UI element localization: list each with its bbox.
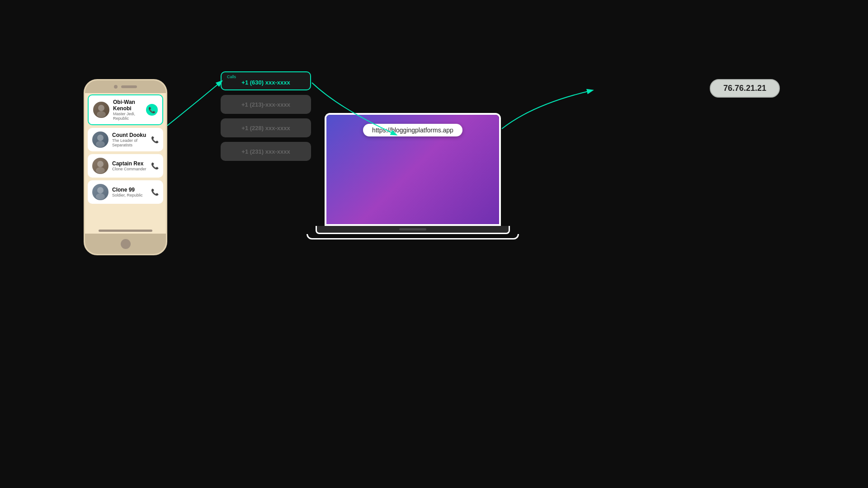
svg-point-0	[98, 105, 104, 111]
contact-role: Soldier, Republic	[112, 193, 147, 197]
contact-name: Count Dooku	[112, 132, 147, 138]
phone-top-bar	[85, 80, 166, 93]
phone-home-button[interactable]	[121, 239, 131, 249]
calls-label: Calls	[227, 75, 236, 79]
laptop-mockup: https://bloggingplatforms.app	[325, 113, 519, 239]
contact-role: Clone Commander	[112, 167, 147, 171]
laptop-feet	[307, 234, 519, 239]
svg-point-1	[97, 111, 106, 117]
phone-call-icon[interactable]: 📞	[151, 136, 159, 144]
contact-info: Captain RexClone Commander	[112, 160, 147, 171]
phone-call-icon[interactable]: 📞	[146, 104, 158, 116]
contact-avatar	[93, 102, 109, 118]
call-entry[interactable]: +1 (231) xxx-xxxx	[221, 142, 311, 161]
contact-info: Clone 99Soldier, Republic	[112, 187, 147, 197]
contact-item[interactable]: Count DookuThe Leader of Separatists📞	[88, 128, 163, 151]
call-number: +1 (231) xxx-xxxx	[241, 148, 290, 155]
contact-item[interactable]: Clone 99Soldier, Republic📞	[88, 180, 163, 204]
call-entry[interactable]: +1 (213)-xxx-xxxx	[221, 95, 311, 114]
contact-role: The Leader of Separatists	[112, 138, 147, 147]
contact-info: Obi-Wan KenobiMaster Jedi, Republic	[113, 99, 142, 121]
laptop-url-bar[interactable]: https://bloggingplatforms.app	[363, 124, 462, 136]
laptop-screen: https://bloggingplatforms.app	[325, 113, 501, 226]
phone-call-icon[interactable]: 📞	[151, 188, 159, 196]
calls-panel: Calls+1 (630) xxx-xxxx+1 (213)-xxx-xxxx+…	[221, 71, 311, 161]
phone-call-icon[interactable]: 📞	[151, 162, 159, 170]
contact-item[interactable]: Captain RexClone Commander📞	[88, 154, 163, 178]
contact-name: Obi-Wan Kenobi	[113, 99, 142, 112]
laptop-screen-inner: https://bloggingplatforms.app	[326, 115, 499, 224]
contact-name: Captain Rex	[112, 160, 147, 167]
phone-speaker	[121, 85, 137, 88]
phone-mockup: Obi-Wan KenobiMaster Jedi, Republic📞Coun…	[84, 79, 167, 255]
svg-point-2	[97, 135, 104, 141]
contact-avatar	[92, 184, 108, 200]
svg-point-7	[96, 193, 105, 200]
svg-point-5	[96, 167, 105, 174]
call-number: +1 (228) xxx-xxxx	[241, 125, 290, 131]
call-entry[interactable]: Calls+1 (630) xxx-xxxx	[221, 71, 311, 90]
phone-bottom-bar	[85, 234, 166, 254]
phone-scroll-bar	[99, 230, 152, 232]
call-number: +1 (213)-xxx-xxxx	[241, 101, 290, 108]
ip-address-badge: 76.76.21.21	[710, 79, 780, 98]
call-entry[interactable]: +1 (228) xxx-xxxx	[221, 118, 311, 137]
laptop-hinge	[399, 228, 426, 230]
contact-name: Clone 99	[112, 187, 147, 193]
svg-point-4	[97, 161, 104, 167]
contact-item[interactable]: Obi-Wan KenobiMaster Jedi, Republic📞	[88, 94, 163, 125]
contact-avatar	[92, 131, 108, 148]
contact-info: Count DookuThe Leader of Separatists	[112, 132, 147, 147]
contact-role: Master Jedi, Republic	[113, 112, 142, 121]
svg-point-3	[96, 141, 105, 147]
phone-camera	[114, 85, 118, 89]
contact-avatar	[92, 158, 108, 174]
phone-screen: Obi-Wan KenobiMaster Jedi, Republic📞Coun…	[85, 93, 166, 228]
svg-point-6	[97, 187, 104, 193]
laptop-base	[316, 226, 510, 234]
call-number: +1 (630) xxx-xxxx	[241, 79, 290, 86]
